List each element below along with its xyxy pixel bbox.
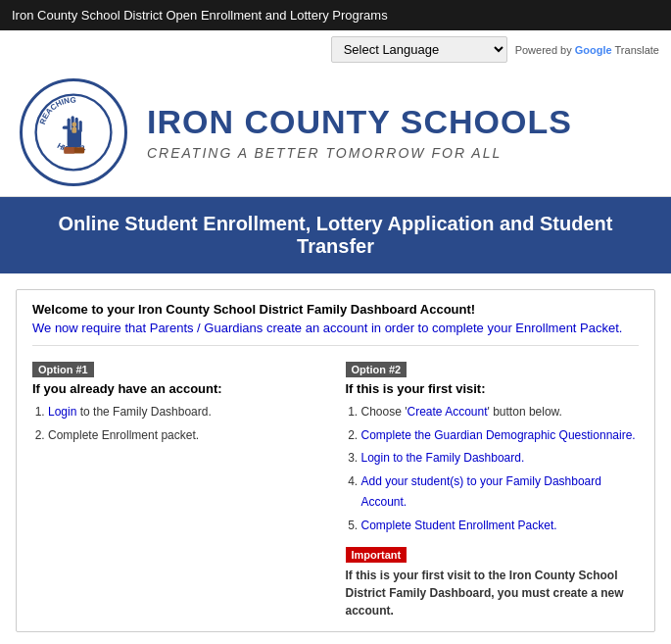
- option1-col: Option #1 If you already have an account…: [32, 362, 326, 619]
- option2-step4: Add your student(s) to your Family Dashb…: [361, 471, 640, 514]
- svg-rect-7: [79, 121, 82, 132]
- option1-heading: If you already have an account:: [32, 381, 326, 396]
- welcome-title: Welcome to your Iron County School Distr…: [32, 302, 639, 317]
- logo-circle: REACHING HIGHER: [20, 78, 127, 186]
- welcome-subtitle-prefix: We now require that Parents / Guardians …: [32, 321, 428, 335]
- language-bar: Select Language Powered by Google Transl…: [0, 30, 671, 69]
- option2-step3: Login to the Family Dashboard.: [361, 448, 640, 470]
- option1-step1: Login to the Family Dashboard.: [48, 402, 326, 423]
- welcome-subtitle: We now require that Parents / Guardians …: [32, 321, 639, 335]
- welcome-subtitle-link: complete: [432, 321, 484, 335]
- option2-step5: Complete Student Enrollment Packet.: [361, 516, 640, 537]
- option1-list: Login to the Family Dashboard. Complete …: [32, 402, 326, 446]
- svg-point-9: [72, 123, 76, 127]
- option2-badge: Option #2: [346, 362, 407, 377]
- option2-step1: Choose 'Create Account' button below.: [361, 402, 640, 423]
- svg-rect-8: [63, 126, 69, 129]
- svg-rect-12: [64, 147, 73, 153]
- option2-col: Option #2 If this is your first visit: C…: [346, 362, 640, 619]
- translate-text: Translate: [615, 44, 659, 56]
- svg-rect-10: [72, 126, 76, 132]
- header-banner: REACHING HIGHER: [0, 69, 671, 197]
- option1-badge: Option #1: [32, 362, 94, 377]
- option1-step2: Complete Enrollment packet.: [48, 425, 326, 447]
- top-bar: Iron County School District Open Enrollm…: [0, 0, 671, 30]
- powered-by-text: Powered by Google Translate: [515, 44, 659, 56]
- blue-banner-text: Online Student Enrollment, Lottery Appli…: [59, 213, 613, 257]
- info-box: Welcome to your Iron County School Distr…: [16, 289, 655, 632]
- important-text: If this is your first visit to the Iron …: [346, 567, 640, 619]
- option2-list: Choose 'Create Account' button below. Co…: [346, 402, 640, 537]
- svg-rect-4: [68, 119, 71, 132]
- language-select[interactable]: Select Language: [331, 36, 507, 63]
- welcome-subtitle-suffix: your Enrollment Packet.: [487, 321, 622, 335]
- options-row: Option #1 If you already have an account…: [32, 362, 639, 619]
- google-logo-text: Google: [575, 44, 612, 56]
- blue-banner: Online Student Enrollment, Lottery Appli…: [0, 197, 671, 273]
- school-name-block: IRON COUNTY SCHOOLS CREATING A BETTER TO…: [147, 104, 572, 160]
- top-bar-title: Iron County School District Open Enrollm…: [12, 8, 388, 23]
- school-name: IRON COUNTY SCHOOLS: [147, 104, 572, 140]
- school-tagline: CREATING A BETTER TOMORROW FOR ALL: [147, 145, 572, 161]
- option2-heading: If this is your first visit:: [346, 381, 640, 396]
- important-badge: Important: [346, 547, 407, 563]
- option2-step2: Complete the Guardian Demographic Questi…: [361, 425, 640, 447]
